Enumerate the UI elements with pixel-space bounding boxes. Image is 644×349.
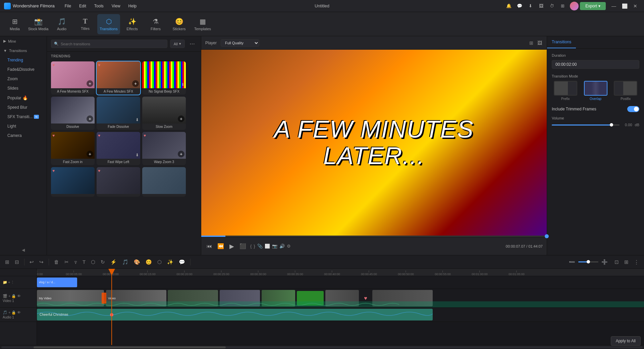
zoom-in-button[interactable]: ➕	[600, 258, 609, 266]
download-icon[interactable]: ⬇	[526, 2, 534, 10]
mark-in-icon[interactable]: {	[250, 244, 252, 249]
transition-card-5[interactable]: + Slow Zoom	[142, 97, 186, 130]
sidebar-item-popular[interactable]: Popular 🔥	[2, 93, 45, 102]
magnet-button[interactable]: ⊟	[13, 258, 21, 266]
audio-lock-icon[interactable]: 🔒	[11, 310, 16, 315]
community-icon[interactable]: 💬	[516, 2, 524, 10]
tab-transitions[interactable]: Transitions	[547, 36, 576, 48]
split-button[interactable]: ⍒	[72, 258, 79, 266]
toolbar-media[interactable]: ⊞ Media	[3, 14, 26, 34]
transition-card-4[interactable]: ⬇ Fade Dissolve	[97, 97, 140, 130]
quality-select[interactable]: Full Quality High Quality Medium Quality…	[221, 39, 259, 47]
mode-prefix[interactable]: Prefix	[552, 81, 579, 101]
add-transition-button-5[interactable]: +	[178, 115, 184, 122]
timeline-scrollbar[interactable]	[0, 345, 644, 349]
grid-view-button[interactable]: ⊞	[623, 258, 630, 266]
video-add-icon[interactable]: +	[8, 294, 10, 298]
minimize-button[interactable]: —	[609, 1, 619, 11]
photo-icon[interactable]: 🖼	[537, 40, 543, 46]
add-transition-button-1[interactable]: +	[132, 80, 139, 87]
toolbar-audio[interactable]: 🎵 Audio	[50, 14, 73, 34]
toolbar-transitions[interactable]: ⬡ Transitions	[97, 14, 120, 34]
menu-edit[interactable]: Edit	[76, 2, 90, 10]
transition-card-10[interactable]: ♥	[97, 167, 140, 197]
apply-to-all-button[interactable]: Apply to All	[611, 336, 641, 346]
toolbar-titles[interactable]: T Titles	[74, 14, 97, 34]
play-button[interactable]: ▶	[228, 241, 235, 251]
close-button[interactable]: ✕	[631, 1, 640, 11]
mark-out-icon[interactable]: }	[254, 244, 255, 249]
crop-button[interactable]: ⬡	[89, 258, 97, 266]
mode-overlap[interactable]: Overlap	[582, 81, 609, 101]
transition-card-0[interactable]: ♥ + A Few Moments SFX	[51, 61, 95, 95]
sidebar-mine-group[interactable]: ▶ Mine	[0, 36, 47, 46]
add-transition-button-0[interactable]: +	[87, 80, 93, 87]
volume-slider[interactable]	[552, 124, 620, 126]
rotate-button[interactable]: ↻	[99, 258, 107, 266]
zoom-out-button[interactable]: ➖	[567, 258, 577, 266]
trimmed-frames-toggle[interactable]	[627, 106, 639, 112]
toolbar-effects[interactable]: ✨ Effects	[121, 14, 144, 34]
add-transition-button-8[interactable]: +	[178, 151, 184, 157]
menu-tools[interactable]: Tools	[91, 2, 107, 10]
transition-card-2[interactable]: ⬇ No Signal Beep SFX	[142, 61, 186, 95]
vlog-add-icon[interactable]: +	[8, 280, 10, 285]
layout-icon[interactable]: ⊞	[529, 40, 534, 46]
audio-clip[interactable]: Cheerful Christmas	[37, 309, 433, 320]
media-icon[interactable]: 🖼	[537, 2, 545, 10]
skip-back-button[interactable]: ⏮	[205, 242, 213, 251]
vlog-clip[interactable]: vlog / a / d...	[37, 278, 77, 288]
scrollbar-track[interactable]	[1, 346, 643, 348]
sidebar-item-fade[interactable]: Fade&Dissolve	[2, 65, 45, 74]
transition-card-7[interactable]: ♥ ⬇ Fast Wipe Left	[97, 132, 140, 165]
more-options-button[interactable]: ⋯	[187, 40, 197, 48]
frame-back-button[interactable]: ⏪	[216, 242, 225, 251]
video-lock-icon[interactable]: 🔒	[11, 294, 16, 298]
text-button[interactable]: T	[81, 258, 87, 266]
video1-track[interactable]: My Video Video ♥	[37, 289, 644, 308]
menu-file[interactable]: File	[61, 2, 74, 10]
filter-button[interactable]: All ▾	[170, 40, 185, 48]
snapshot-icon[interactable]: 📷	[272, 244, 277, 249]
toolbar-filters[interactable]: ⚗ Filters	[144, 14, 167, 34]
undo-button[interactable]: ↩	[28, 258, 36, 266]
settings-icon[interactable]: ⚙	[287, 244, 291, 249]
subtitle-btn[interactable]: 💬	[177, 258, 187, 266]
audio-add-icon[interactable]: +	[8, 310, 10, 315]
toolbar-templates[interactable]: ▦ Templates	[191, 14, 214, 34]
sidebar-item-sfx[interactable]: SFX Transiti... N	[2, 112, 45, 121]
scrollbar-thumb[interactable]	[34, 346, 226, 348]
user-avatar[interactable]	[570, 2, 579, 10]
transition-card-8[interactable]: ♥ + Warp Zoom 3	[142, 132, 186, 165]
sidebar-item-trending[interactable]: Trending	[2, 56, 45, 64]
audio-icon[interactable]: 🔊	[279, 244, 285, 249]
sidebar-collapse-button[interactable]: ◀	[0, 245, 47, 255]
menu-help[interactable]: Help	[125, 2, 140, 10]
delete-button[interactable]: 🗑	[52, 258, 61, 266]
zoom-slider[interactable]	[578, 261, 598, 262]
notification-icon[interactable]: 🔔	[505, 2, 513, 10]
fit-button[interactable]: ⊡	[613, 258, 621, 266]
cut-button[interactable]: ✂	[63, 258, 70, 266]
add-transition-button-6[interactable]: +	[87, 151, 93, 157]
sidebar-item-speed-blur[interactable]: Speed Blur	[2, 103, 45, 112]
sidebar-item-camera[interactable]: Camera	[2, 131, 45, 140]
menu-view[interactable]: View	[108, 2, 124, 10]
stop-button[interactable]: ⬛	[238, 242, 248, 251]
sidebar-item-zoom[interactable]: Zoom	[2, 74, 45, 83]
timeline-tracks[interactable]: 00:00:00 00:00:05:00 00:00:10:00 00:00:1…	[37, 269, 644, 345]
add-transition-button-3[interactable]: +	[87, 115, 93, 122]
sidebar-item-slides[interactable]: Slides	[2, 84, 45, 93]
color-btn[interactable]: 🎨	[132, 258, 142, 266]
video-eye-icon[interactable]: 👁	[17, 294, 21, 298]
timer-icon[interactable]: ⏱	[548, 2, 556, 10]
speed-button[interactable]: ⚡	[109, 258, 118, 266]
transition-card-9[interactable]: ♥	[51, 167, 95, 197]
duration-input[interactable]	[552, 60, 639, 69]
transition-card-11[interactable]	[142, 167, 186, 197]
expand-icon[interactable]: ⬜	[265, 244, 270, 249]
add-media-button[interactable]: ⊞	[3, 258, 11, 266]
mode-postfix[interactable]: Postfix	[612, 81, 639, 101]
audio-btn[interactable]: 🎵	[120, 258, 130, 266]
export-button[interactable]: Export ▾	[580, 2, 606, 10]
